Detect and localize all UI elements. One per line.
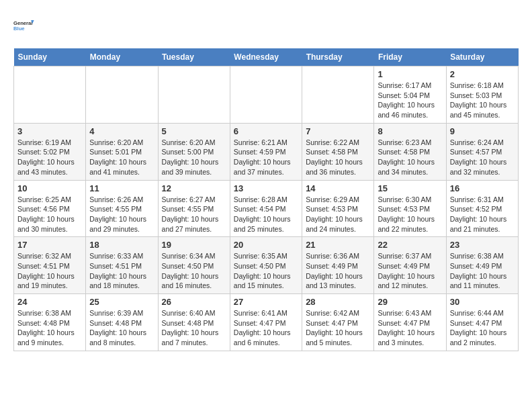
weekday-header-thursday: Thursday: [302, 48, 374, 66]
day-number: 8: [378, 126, 442, 136]
day-number: 10: [17, 183, 82, 193]
calendar-cell: 15Sunrise: 6:30 AM Sunset: 4:53 PM Dayli…: [374, 180, 446, 237]
day-info: Sunrise: 6:32 AM Sunset: 4:51 PM Dayligh…: [17, 251, 82, 291]
week-row-3: 10Sunrise: 6:25 AM Sunset: 4:56 PM Dayli…: [14, 180, 519, 237]
day-info: Sunrise: 6:43 AM Sunset: 4:47 PM Dayligh…: [378, 308, 442, 348]
day-number: 11: [89, 183, 154, 193]
day-number: 28: [306, 297, 370, 307]
day-info: Sunrise: 6:23 AM Sunset: 4:58 PM Dayligh…: [378, 138, 442, 177]
weekday-header-tuesday: Tuesday: [158, 48, 230, 66]
calendar-cell: 7Sunrise: 6:22 AM Sunset: 4:58 PM Daylig…: [302, 123, 374, 180]
calendar-cell: 13Sunrise: 6:28 AM Sunset: 4:54 PM Dayli…: [230, 180, 302, 237]
day-info: Sunrise: 6:29 AM Sunset: 4:53 PM Dayligh…: [306, 195, 370, 234]
day-number: 25: [89, 297, 154, 307]
calendar-cell: 18Sunrise: 6:33 AM Sunset: 4:51 PM Dayli…: [86, 237, 158, 294]
calendar-cell: 11Sunrise: 6:26 AM Sunset: 4:55 PM Dayli…: [86, 180, 158, 237]
day-number: 19: [162, 240, 226, 250]
calendar-cell: 10Sunrise: 6:25 AM Sunset: 4:56 PM Dayli…: [14, 180, 86, 237]
calendar-cell: [14, 66, 86, 124]
day-number: 24: [17, 297, 82, 307]
day-info: Sunrise: 6:22 AM Sunset: 4:58 PM Dayligh…: [306, 138, 370, 177]
day-number: 16: [450, 183, 515, 193]
calendar-cell: 12Sunrise: 6:27 AM Sunset: 4:55 PM Dayli…: [158, 180, 230, 237]
calendar-cell: [158, 66, 230, 124]
svg-text:Blue: Blue: [13, 26, 25, 32]
calendar-cell: 19Sunrise: 6:34 AM Sunset: 4:50 PM Dayli…: [158, 237, 230, 294]
day-number: 5: [162, 126, 226, 136]
weekday-header-friday: Friday: [374, 48, 446, 66]
day-number: 22: [378, 240, 442, 250]
day-info: Sunrise: 6:36 AM Sunset: 4:49 PM Dayligh…: [306, 251, 370, 291]
calendar-cell: 25Sunrise: 6:39 AM Sunset: 4:48 PM Dayli…: [86, 294, 158, 351]
calendar-cell: 30Sunrise: 6:44 AM Sunset: 4:47 PM Dayli…: [446, 294, 518, 351]
day-info: Sunrise: 6:30 AM Sunset: 4:53 PM Dayligh…: [378, 195, 442, 234]
day-number: 1: [378, 69, 442, 79]
calendar-cell: [230, 66, 302, 124]
day-number: 7: [306, 126, 370, 136]
calendar-cell: 22Sunrise: 6:37 AM Sunset: 4:49 PM Dayli…: [374, 237, 446, 294]
calendar-cell: 16Sunrise: 6:31 AM Sunset: 4:52 PM Dayli…: [446, 180, 518, 237]
day-number: 13: [234, 183, 298, 193]
day-number: 15: [378, 183, 442, 193]
day-number: 18: [89, 240, 154, 250]
day-info: Sunrise: 6:37 AM Sunset: 4:49 PM Dayligh…: [378, 251, 442, 291]
day-info: Sunrise: 6:33 AM Sunset: 4:51 PM Dayligh…: [89, 251, 154, 291]
day-info: Sunrise: 6:20 AM Sunset: 5:01 PM Dayligh…: [89, 138, 154, 177]
day-number: 30: [450, 297, 515, 307]
day-info: Sunrise: 6:41 AM Sunset: 4:47 PM Dayligh…: [234, 308, 298, 348]
day-number: 12: [162, 183, 226, 193]
calendar-cell: 29Sunrise: 6:43 AM Sunset: 4:47 PM Dayli…: [374, 294, 446, 351]
weekday-header-wednesday: Wednesday: [230, 48, 302, 66]
calendar-cell: 23Sunrise: 6:38 AM Sunset: 4:49 PM Dayli…: [446, 237, 518, 294]
calendar-cell: 21Sunrise: 6:36 AM Sunset: 4:49 PM Dayli…: [302, 237, 374, 294]
day-info: Sunrise: 6:24 AM Sunset: 4:57 PM Dayligh…: [450, 138, 515, 177]
day-info: Sunrise: 6:27 AM Sunset: 4:55 PM Dayligh…: [162, 195, 226, 234]
calendar-table: SundayMondayTuesdayWednesdayThursdayFrid…: [13, 48, 519, 351]
calendar-cell: 8Sunrise: 6:23 AM Sunset: 4:58 PM Daylig…: [374, 123, 446, 180]
logo: GeneralBlue: [13, 13, 40, 38]
day-number: 23: [450, 240, 515, 250]
weekday-header-monday: Monday: [86, 48, 158, 66]
day-info: Sunrise: 6:19 AM Sunset: 5:02 PM Dayligh…: [17, 138, 82, 177]
calendar-cell: 14Sunrise: 6:29 AM Sunset: 4:53 PM Dayli…: [302, 180, 374, 237]
calendar-cell: 3Sunrise: 6:19 AM Sunset: 5:02 PM Daylig…: [14, 123, 86, 180]
calendar-cell: 5Sunrise: 6:20 AM Sunset: 5:00 PM Daylig…: [158, 123, 230, 180]
day-number: 27: [234, 297, 298, 307]
day-number: 21: [306, 240, 370, 250]
day-number: 6: [234, 126, 298, 136]
calendar-cell: [86, 66, 158, 124]
day-info: Sunrise: 6:44 AM Sunset: 4:47 PM Dayligh…: [450, 308, 515, 348]
calendar-cell: 4Sunrise: 6:20 AM Sunset: 5:01 PM Daylig…: [86, 123, 158, 180]
day-number: 29: [378, 297, 442, 307]
day-info: Sunrise: 6:20 AM Sunset: 5:00 PM Dayligh…: [162, 138, 226, 177]
logo-icon: GeneralBlue: [13, 13, 38, 38]
day-info: Sunrise: 6:21 AM Sunset: 4:59 PM Dayligh…: [234, 138, 298, 177]
calendar-cell: 20Sunrise: 6:35 AM Sunset: 4:50 PM Dayli…: [230, 237, 302, 294]
day-number: 20: [234, 240, 298, 250]
day-info: Sunrise: 6:42 AM Sunset: 4:47 PM Dayligh…: [306, 308, 370, 348]
weekday-header-sunday: Sunday: [14, 48, 86, 66]
day-info: Sunrise: 6:26 AM Sunset: 4:55 PM Dayligh…: [89, 195, 154, 234]
calendar-cell: 9Sunrise: 6:24 AM Sunset: 4:57 PM Daylig…: [446, 123, 518, 180]
week-row-1: 1Sunrise: 6:17 AM Sunset: 5:04 PM Daylig…: [14, 66, 519, 124]
day-info: Sunrise: 6:34 AM Sunset: 4:50 PM Dayligh…: [162, 251, 226, 291]
day-info: Sunrise: 6:17 AM Sunset: 5:04 PM Dayligh…: [378, 81, 442, 120]
calendar-cell: 27Sunrise: 6:41 AM Sunset: 4:47 PM Dayli…: [230, 294, 302, 351]
day-number: 26: [162, 297, 226, 307]
calendar-cell: 6Sunrise: 6:21 AM Sunset: 4:59 PM Daylig…: [230, 123, 302, 180]
day-info: Sunrise: 6:18 AM Sunset: 5:03 PM Dayligh…: [450, 81, 515, 120]
weekday-header-saturday: Saturday: [446, 48, 518, 66]
day-number: 2: [450, 69, 515, 79]
calendar-cell: 28Sunrise: 6:42 AM Sunset: 4:47 PM Dayli…: [302, 294, 374, 351]
svg-text:General: General: [13, 20, 32, 26]
day-info: Sunrise: 6:38 AM Sunset: 4:49 PM Dayligh…: [450, 251, 515, 291]
calendar-cell: [302, 66, 374, 124]
week-row-4: 17Sunrise: 6:32 AM Sunset: 4:51 PM Dayli…: [14, 237, 519, 294]
day-number: 17: [17, 240, 82, 250]
day-info: Sunrise: 6:28 AM Sunset: 4:54 PM Dayligh…: [234, 195, 298, 234]
day-info: Sunrise: 6:39 AM Sunset: 4:48 PM Dayligh…: [89, 308, 154, 348]
day-info: Sunrise: 6:35 AM Sunset: 4:50 PM Dayligh…: [234, 251, 298, 291]
weekday-header-row: SundayMondayTuesdayWednesdayThursdayFrid…: [14, 48, 519, 66]
calendar-cell: 2Sunrise: 6:18 AM Sunset: 5:03 PM Daylig…: [446, 66, 518, 124]
day-info: Sunrise: 6:25 AM Sunset: 4:56 PM Dayligh…: [17, 195, 82, 234]
